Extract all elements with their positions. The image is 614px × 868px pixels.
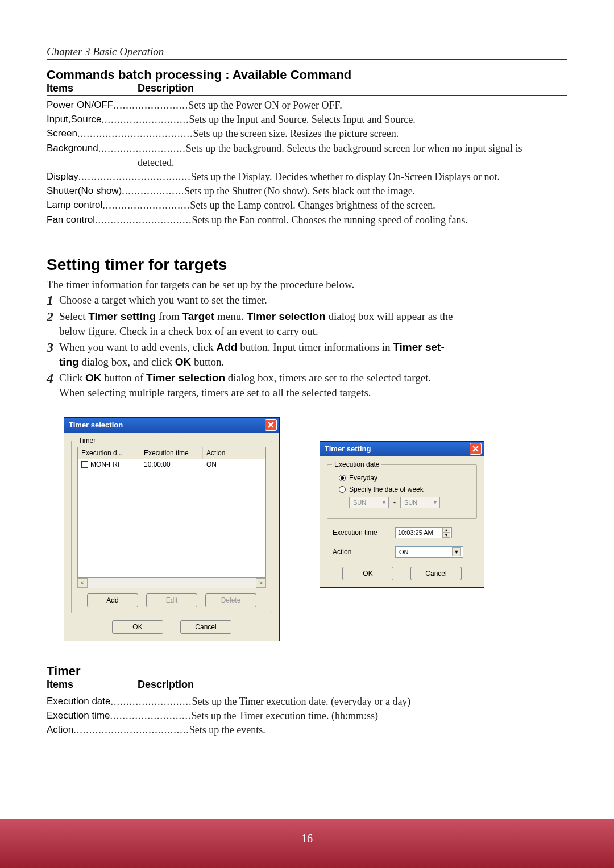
t: button. xyxy=(191,356,224,368)
page-number: 16 xyxy=(0,832,614,845)
ok-button[interactable]: OK xyxy=(112,620,163,634)
timer-row-execdate: Execution date..........................… xyxy=(47,695,567,709)
radio-icon[interactable] xyxy=(339,475,346,481)
section-title-commands: Commands batch processing : Available Co… xyxy=(47,68,567,82)
time-value: 10:03:25 AM xyxy=(398,529,433,536)
cancel-button[interactable]: Cancel xyxy=(410,567,462,580)
scroll-right-icon[interactable]: > xyxy=(256,578,266,588)
list-header: Execution d... Execution time Action xyxy=(78,447,265,459)
dialog-title: Timer setting xyxy=(325,445,371,453)
delete-button[interactable]: Delete xyxy=(205,593,256,607)
group-timer: Timer Execution d... Execution time Acti… xyxy=(71,441,272,613)
action-combo[interactable]: ON▼ xyxy=(395,546,463,558)
radio-everyday[interactable]: Everyday xyxy=(339,474,471,482)
col-action[interactable]: Action xyxy=(203,447,265,459)
dots: .......................... xyxy=(110,695,192,709)
radio-label: Specify the date of week xyxy=(349,485,424,493)
titlebar[interactable]: Timer selection xyxy=(64,418,279,433)
t: dialog box, timers are set to the select… xyxy=(225,372,431,384)
dd-value: SUN xyxy=(404,499,417,506)
timer-list[interactable]: Execution d... Execution time Action MON… xyxy=(77,447,266,578)
dropdown-day-to[interactable]: SUN▼ xyxy=(400,497,440,508)
chevron-down-icon: ▼ xyxy=(452,547,461,556)
cmd-label: Power ON/OFF xyxy=(47,98,113,113)
dropdown-day-from[interactable]: SUN▼ xyxy=(349,497,389,508)
cmd-row-display: Display.................................… xyxy=(47,170,567,184)
t: dialog box, and click xyxy=(79,356,175,368)
step-2: 2Select Timer setting from Target menu. … xyxy=(47,309,567,324)
col-items: Items xyxy=(47,82,138,94)
heading-setting-timer: Setting timer for targets xyxy=(47,256,567,274)
titlebar[interactable]: Timer setting xyxy=(320,442,484,456)
ok-button[interactable]: OK xyxy=(342,567,393,580)
step-text: Select Timer setting from Target menu. T… xyxy=(59,309,567,324)
t: Select xyxy=(59,310,88,322)
dash: - xyxy=(393,499,396,506)
t-bold: OK xyxy=(175,356,192,368)
horizontal-scrollbar[interactable]: < > xyxy=(77,578,266,588)
t: button. Input timer informations in xyxy=(237,341,393,353)
close-icon[interactable] xyxy=(470,443,482,455)
chevron-down-icon: ▼ xyxy=(433,500,438,505)
cancel-button[interactable]: Cancel xyxy=(180,620,231,634)
cmd-row-background: Background............................Se… xyxy=(47,142,567,156)
cell-time: 10:00:00 xyxy=(140,460,203,468)
list-row[interactable]: MON-FRI 10:00:00 ON xyxy=(78,459,265,470)
dots: ............................ xyxy=(98,142,186,156)
cmd-label: Background xyxy=(47,142,98,156)
scroll-track[interactable] xyxy=(88,578,256,588)
step-text: Click OK button of Timer selection dialo… xyxy=(59,371,567,385)
radio-specify[interactable]: Specify the date of week xyxy=(339,485,471,493)
cmd-desc: Sets up the Display. Decides whether to … xyxy=(191,170,567,184)
intro-text: The timer information for targets can be… xyxy=(47,277,567,292)
label: Execution time xyxy=(47,709,110,723)
dots: ..................................... xyxy=(73,723,189,737)
dialog-title: Timer selection xyxy=(69,421,123,429)
radio-icon[interactable] xyxy=(339,486,346,493)
edit-button[interactable]: Edit xyxy=(146,593,197,607)
desc: Sets up the Timer execution date. (every… xyxy=(192,695,567,709)
chapter-header: Chapter 3 Basic Operation xyxy=(47,45,567,60)
scroll-left-icon[interactable]: < xyxy=(77,578,88,588)
close-icon[interactable] xyxy=(265,419,277,431)
t: menu. xyxy=(214,310,246,322)
col-desc: Description xyxy=(138,82,567,94)
field-exec-time: Execution time 10:03:25 AM▲▼ xyxy=(333,527,471,538)
col-desc: Description xyxy=(138,679,567,691)
checkbox-icon[interactable] xyxy=(81,461,88,468)
spin-up-icon[interactable]: ▲ xyxy=(442,528,450,533)
group-label: Timer xyxy=(76,437,98,445)
cmd-desc: Sets up the screen size. Resizes the pic… xyxy=(193,127,567,141)
t-bold: Timer selection xyxy=(247,310,326,322)
step-3-cont: ting dialog box, and click OK button. xyxy=(59,355,567,369)
add-button[interactable]: Add xyxy=(87,593,138,607)
t-bold: Target xyxy=(182,310,215,322)
chevron-down-icon: ▼ xyxy=(381,500,387,505)
dialog-timer-selection: Timer selection Timer Execution d... Exe… xyxy=(64,417,280,641)
cmd-desc: Sets up the Shutter (No show). Sets blac… xyxy=(184,184,567,198)
cmd-row-input: Input,Source............................… xyxy=(47,113,567,127)
cmd-row-fan: Fan control.............................… xyxy=(47,213,567,227)
timer-row-exectime: Execution time..........................… xyxy=(47,709,567,723)
cmd-desc: Sets up the Power ON or Power OFF. xyxy=(188,98,567,113)
timer-row-action: Action..................................… xyxy=(47,723,567,737)
spin-down-icon[interactable]: ▼ xyxy=(442,533,450,538)
section-title-timer: Timer xyxy=(47,664,567,679)
cmd-label: Shutter(No show) xyxy=(47,184,122,198)
t-bold: Add xyxy=(216,341,237,353)
step-1: 1Choose a target which you want to set t… xyxy=(47,293,567,308)
col-exec-time[interactable]: Execution time xyxy=(140,447,203,459)
step-text: Choose a target which you want to set th… xyxy=(59,293,567,308)
time-spinner[interactable]: 10:03:25 AM▲▼ xyxy=(395,527,452,538)
col-exec-date[interactable]: Execution d... xyxy=(78,447,140,459)
dots: .................................... xyxy=(78,170,191,184)
step-num: 2 xyxy=(47,309,59,324)
dots: ............................ xyxy=(102,198,190,213)
dots: ............................... xyxy=(95,213,192,227)
table-header-timer: Items Description xyxy=(47,679,567,692)
cell-date: MON-FRI xyxy=(90,460,119,468)
t: button of xyxy=(101,372,146,384)
t: When you want to add events, click xyxy=(59,341,216,353)
cmd-label: Screen xyxy=(47,127,77,141)
table-header-commands: Items Description xyxy=(47,82,567,96)
